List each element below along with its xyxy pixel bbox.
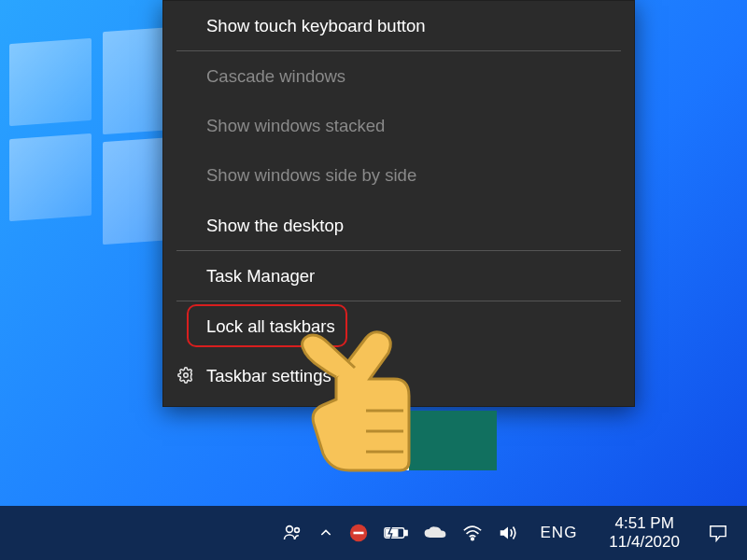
svg-rect-8 [404,530,407,535]
menu-item-show-windows-stacked: Show windows stacked [163,101,634,150]
menu-item-show-desktop[interactable]: Show the desktop [163,201,634,250]
menu-item-show-touch-keyboard[interactable]: Show touch keyboard button [163,1,634,50]
action-center-icon[interactable] [704,521,732,545]
volume-icon[interactable] [498,524,518,542]
wifi-icon[interactable] [462,524,483,542]
clock-time: 4:51 PM [615,514,674,533]
svg-rect-2 [398,411,409,470]
svg-rect-6 [353,532,363,535]
menu-item-label: Taskbar settings [206,365,331,386]
onedrive-icon[interactable] [423,525,447,541]
clock[interactable]: 4:51 PM 11/4/2020 [609,514,680,553]
system-tray: ENG 4:51 PM 11/4/2020 [281,514,741,553]
svg-point-0 [184,373,189,378]
menu-item-label: Show windows side by side [206,164,416,186]
svg-rect-1 [403,411,497,470]
menu-item-label: Show touch keyboard button [206,15,426,36]
taskbar-context-menu: Show touch keyboard button Cascade windo… [162,0,635,407]
menu-item-label: Task Manager [206,265,315,287]
people-icon[interactable] [281,522,303,544]
menu-item-task-manager[interactable]: Task Manager [163,251,634,301]
blocked-icon[interactable] [348,523,369,543]
svg-point-4 [294,528,299,533]
clock-date: 11/4/2020 [609,533,680,552]
svg-point-3 [286,526,292,533]
menu-item-cascade-windows: Cascade windows [163,51,634,101]
menu-item-show-windows-side-by-side: Show windows side by side [163,150,634,200]
menu-item-label: Show the desktop [206,215,344,236]
gear-icon [176,366,195,385]
chevron-up-icon[interactable] [318,525,333,540]
battery-icon[interactable] [384,525,408,541]
desktop: Show touch keyboard button Cascade windo… [0,0,747,560]
svg-point-10 [471,538,473,540]
language-indicator[interactable]: ENG [541,524,578,542]
menu-item-label: Cascade windows [206,65,345,87]
menu-item-lock-all-taskbars[interactable]: Lock all taskbars [163,301,634,351]
menu-item-taskbar-settings[interactable]: Taskbar settings [163,351,634,400]
taskbar: ENG 4:51 PM 11/4/2020 [0,506,747,560]
menu-item-label: Show windows stacked [206,115,385,136]
menu-item-label: Lock all taskbars [206,315,335,337]
